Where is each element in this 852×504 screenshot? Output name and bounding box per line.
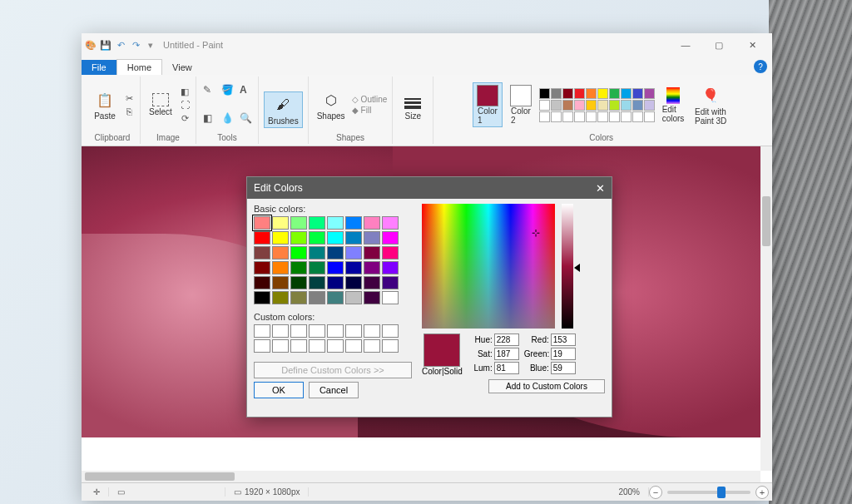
palette-swatch[interactable] <box>609 111 620 122</box>
palette-swatch[interactable] <box>632 100 643 111</box>
edit-colors-button[interactable]: Edit colors <box>658 86 688 125</box>
basic-color-swatch[interactable] <box>364 276 380 289</box>
basic-colors-grid[interactable] <box>254 216 412 304</box>
vscroll-thumb[interactable] <box>762 196 770 246</box>
palette-swatch[interactable] <box>586 88 597 99</box>
basic-color-swatch[interactable] <box>309 246 325 259</box>
palette-swatch[interactable] <box>621 100 632 111</box>
palette-swatch[interactable] <box>539 100 550 111</box>
basic-color-swatch[interactable] <box>382 276 399 289</box>
zoom-in-button[interactable]: + <box>755 486 769 499</box>
save-icon[interactable]: 💾 <box>100 39 111 51</box>
copy-icon[interactable]: ⎘ <box>123 106 135 117</box>
palette-swatch[interactable] <box>621 88 632 99</box>
basic-color-swatch[interactable] <box>327 261 344 274</box>
basic-color-swatch[interactable] <box>290 261 307 274</box>
palette-swatch[interactable] <box>621 111 632 122</box>
resize-icon[interactable]: ⛶ <box>179 99 191 111</box>
sat-input[interactable] <box>494 348 519 360</box>
basic-color-swatch[interactable] <box>254 216 270 230</box>
basic-color-swatch[interactable] <box>309 276 325 289</box>
basic-color-swatch[interactable] <box>364 231 380 245</box>
pencil-icon[interactable]: ✎ <box>203 84 216 97</box>
palette-swatch[interactable] <box>644 100 655 111</box>
undo-icon[interactable]: ↶ <box>115 39 126 51</box>
gradient-crosshair[interactable]: ⊹ <box>532 227 540 235</box>
basic-color-swatch[interactable] <box>382 261 399 274</box>
zoom-out-button[interactable]: − <box>649 486 662 499</box>
palette-swatch[interactable] <box>539 88 550 99</box>
basic-color-swatch[interactable] <box>290 276 307 289</box>
basic-color-swatch[interactable] <box>345 261 362 274</box>
zoom-slider-thumb[interactable] <box>717 487 726 498</box>
basic-color-swatch[interactable] <box>290 216 307 230</box>
palette-swatch[interactable] <box>597 100 608 111</box>
basic-color-swatch[interactable] <box>327 216 344 230</box>
basic-color-swatch[interactable] <box>345 276 362 289</box>
blue-input[interactable] <box>551 362 576 374</box>
basic-color-swatch[interactable] <box>272 231 289 245</box>
horizontal-scrollbar[interactable] <box>82 471 760 482</box>
basic-color-swatch[interactable] <box>254 231 270 245</box>
green-input[interactable] <box>551 348 576 360</box>
basic-color-swatch[interactable] <box>309 261 325 274</box>
palette-swatch[interactable] <box>632 111 643 122</box>
text-icon[interactable]: A <box>240 84 253 97</box>
palette-swatch[interactable] <box>644 111 655 122</box>
palette-swatch[interactable] <box>551 111 562 122</box>
basic-color-swatch[interactable] <box>309 216 325 230</box>
add-custom-color-button[interactable]: Add to Custom Colors <box>488 379 605 393</box>
luminosity-slider[interactable] <box>562 204 573 329</box>
basic-color-swatch[interactable] <box>272 291 289 304</box>
basic-color-swatch[interactable] <box>290 231 307 245</box>
shape-fill[interactable]: ◆Fill <box>352 106 388 115</box>
paste-button[interactable]: 📋 Paste <box>90 87 120 122</box>
basic-color-swatch[interactable] <box>364 246 380 259</box>
cut-icon[interactable]: ✂ <box>123 92 135 104</box>
tab-view[interactable]: View <box>162 60 202 75</box>
basic-color-swatch[interactable] <box>345 291 362 304</box>
basic-color-swatch[interactable] <box>254 276 270 289</box>
basic-color-swatch[interactable] <box>364 261 380 274</box>
help-icon[interactable]: ? <box>754 60 767 73</box>
hscroll-thumb[interactable] <box>85 472 235 481</box>
basic-color-swatch[interactable] <box>382 246 399 259</box>
basic-color-swatch[interactable] <box>327 276 344 289</box>
palette-swatch[interactable] <box>551 100 562 111</box>
dialog-close-button[interactable]: ✕ <box>596 182 605 195</box>
basic-color-swatch[interactable] <box>364 291 380 304</box>
palette-swatch[interactable] <box>562 100 573 111</box>
basic-color-swatch[interactable] <box>309 291 325 304</box>
basic-color-swatch[interactable] <box>309 231 325 245</box>
ok-button[interactable]: OK <box>254 382 304 398</box>
paint3d-button[interactable]: 🎈 Edit with Paint 3D <box>691 83 730 127</box>
color-palette[interactable] <box>539 88 655 122</box>
palette-swatch[interactable] <box>597 88 608 99</box>
red-input[interactable] <box>551 334 576 346</box>
palette-swatch[interactable] <box>574 111 585 122</box>
basic-color-swatch[interactable] <box>254 291 270 304</box>
basic-color-swatch[interactable] <box>254 261 270 274</box>
palette-swatch[interactable] <box>609 88 620 99</box>
lum-input[interactable] <box>494 362 519 374</box>
palette-swatch[interactable] <box>586 100 597 111</box>
basic-color-swatch[interactable] <box>364 216 380 230</box>
basic-color-swatch[interactable] <box>254 246 270 259</box>
basic-color-swatch[interactable] <box>272 246 289 259</box>
basic-color-swatch[interactable] <box>272 276 289 289</box>
maximize-button[interactable]: ▢ <box>702 35 736 55</box>
select-button[interactable]: Select <box>146 91 176 118</box>
crop-icon[interactable]: ◧ <box>179 86 191 97</box>
palette-swatch[interactable] <box>574 88 585 99</box>
redo-icon[interactable]: ↷ <box>130 39 141 51</box>
basic-color-swatch[interactable] <box>345 216 362 230</box>
hue-input[interactable] <box>494 334 519 346</box>
basic-color-swatch[interactable] <box>345 246 362 259</box>
color-gradient-picker[interactable]: ⊹ <box>422 204 555 329</box>
tab-file[interactable]: File <box>82 60 116 75</box>
palette-swatch[interactable] <box>597 111 608 122</box>
basic-color-swatch[interactable] <box>290 291 307 304</box>
tab-home[interactable]: Home <box>116 59 162 75</box>
palette-swatch[interactable] <box>562 88 573 99</box>
eraser-icon[interactable]: ◧ <box>203 112 216 126</box>
